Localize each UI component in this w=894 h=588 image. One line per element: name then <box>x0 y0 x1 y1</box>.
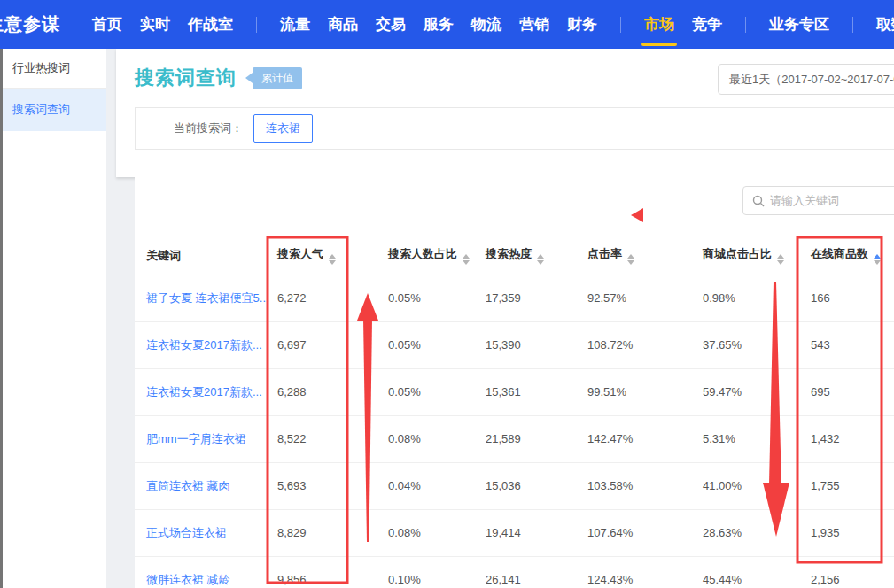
sort-asc-icon <box>329 254 336 259</box>
keyword-link[interactable]: 连衣裙女夏2017新款... <box>135 321 275 368</box>
sort-asc-icon <box>463 254 470 259</box>
cell-搜索热度: 19,414 <box>483 509 585 556</box>
nav-item-竞争[interactable]: 竞争 <box>683 0 731 49</box>
cell-搜索热度: 15,361 <box>483 368 585 415</box>
sort-icon <box>537 254 544 265</box>
date-range-picker[interactable]: 最近1天（2017-07-02~2017-07-02） <box>718 64 894 95</box>
nav-item-市场[interactable]: 市场 <box>635 0 683 49</box>
cell-商城点击占比: 5.31% <box>700 415 808 462</box>
sort-asc-icon <box>537 254 544 259</box>
table-row: 肥mm一字肩连衣裙8,5220.08%21,589142.47%5.31%1,4… <box>135 415 894 462</box>
current-search-label: 当前搜索词： <box>174 120 243 136</box>
sidebar: 行业热搜词搜索词查询 <box>3 49 106 588</box>
nav-item-作战室[interactable]: 作战室 <box>179 0 242 49</box>
keyword-link[interactable]: 直筒连衣裙 藏肉 <box>135 462 275 509</box>
cell-在线商品数: 2,156 <box>808 556 894 588</box>
sidebar-item-搜索词查询[interactable]: 搜索词查询 <box>3 89 106 131</box>
cell-搜索热度: 21,589 <box>483 415 585 462</box>
cell-在线商品数: 543 <box>808 321 894 368</box>
nav-item-业务专区[interactable]: 业务专区 <box>760 0 838 49</box>
cell-搜索人气: 6,697 <box>275 321 385 368</box>
cell-搜索人气: 9,856 <box>275 556 385 588</box>
cell-搜索人气: 8,829 <box>275 509 385 556</box>
sort-desc-icon <box>537 260 544 265</box>
badge-arrow-icon <box>245 73 253 83</box>
cell-搜索人气: 8,522 <box>275 415 385 462</box>
nav-item-服务[interactable]: 服务 <box>415 0 463 49</box>
cell-搜索热度: 15,390 <box>483 321 585 368</box>
column-header-搜索人数占比[interactable]: 搜索人数占比 <box>385 237 483 275</box>
cell-搜索人数占比: 0.08% <box>385 509 483 556</box>
keyword-link[interactable]: 连衣裙女夏2017新款... <box>135 368 275 415</box>
nav-divider <box>745 17 746 33</box>
page-title: 搜索词查询 <box>135 65 237 91</box>
sort-desc-icon <box>777 260 784 265</box>
sidebar-item-行业热搜词[interactable]: 行业热搜词 <box>3 49 106 89</box>
cell-搜索人数占比: 0.10% <box>385 556 483 588</box>
column-header-搜索人气[interactable]: 搜索人气 <box>275 237 385 275</box>
nav-item-财务[interactable]: 财务 <box>558 0 606 49</box>
keyword-link[interactable]: 肥mm一字肩连衣裙 <box>135 415 275 462</box>
cell-搜索人气: 5,693 <box>275 462 385 509</box>
column-header-点击率[interactable]: 点击率 <box>585 237 700 275</box>
table-body: 裙子女夏 连衣裙便宜5...6,2720.05%17,35992.57%0.98… <box>135 275 894 588</box>
cell-点击率: 107.64% <box>585 509 700 556</box>
table-row: 正式场合连衣裙8,8290.08%19,414107.64%28.63%1,93… <box>135 509 894 556</box>
current-search-card: 当前搜索词： 连衣裙 <box>135 107 894 150</box>
sort-asc-icon <box>627 254 634 259</box>
table-row: 微胖连衣裙 减龄9,8560.10%26,141124.43%45.44%2,1… <box>135 556 894 588</box>
cell-在线商品数: 695 <box>808 368 894 415</box>
nav-item-商品[interactable]: 商品 <box>319 0 367 49</box>
cell-在线商品数: 1,935 <box>808 509 894 556</box>
column-header-搜索热度[interactable]: 搜索热度 <box>483 237 585 275</box>
column-label: 关键词 <box>146 249 181 262</box>
sort-desc-icon <box>627 260 634 265</box>
column-label: 点击率 <box>587 247 622 260</box>
cell-搜索热度: 15,036 <box>483 462 585 509</box>
cell-点击率: 92.57% <box>585 275 700 321</box>
nav-item-取数[interactable]: 取数 <box>867 0 894 49</box>
keyword-link[interactable]: 微胖连衣裙 减龄 <box>135 556 275 588</box>
sort-icon <box>463 254 470 265</box>
cell-点击率: 103.58% <box>585 462 700 509</box>
sort-icon <box>627 254 634 265</box>
nav-item-流量[interactable]: 流量 <box>271 0 319 49</box>
cell-搜索人数占比: 0.05% <box>385 275 483 321</box>
column-label: 搜索人数占比 <box>388 247 457 260</box>
cumulative-badge: 累计值 <box>253 67 302 89</box>
nav-item-实时[interactable]: 实时 <box>131 0 179 49</box>
cell-搜索热度: 17,359 <box>483 275 585 321</box>
nav-item-首页[interactable]: 首页 <box>83 0 131 49</box>
cell-点击率: 99.51% <box>585 368 700 415</box>
cell-商城点击占比: 0.98% <box>700 275 808 321</box>
sort-desc-icon <box>329 260 336 265</box>
current-keyword-chip[interactable]: 连衣裙 <box>253 114 313 143</box>
keyword-link[interactable]: 正式场合连衣裙 <box>135 509 275 556</box>
table-card: 关键词搜索人气搜索人数占比搜索热度点击率商城点击占比在线商品数 裙子女夏 连衣裙… <box>135 177 894 588</box>
column-header-商城点击占比[interactable]: 商城点击占比 <box>700 237 808 275</box>
column-label: 在线商品数 <box>811 247 868 260</box>
cell-搜索人气: 6,272 <box>275 275 385 321</box>
nav-item-物流[interactable]: 物流 <box>463 0 510 49</box>
keyword-search-box[interactable] <box>742 186 894 215</box>
page-title-row: 搜索词查询 累计值 <box>135 65 302 91</box>
nav-item-交易[interactable]: 交易 <box>367 0 415 49</box>
table-row: 连衣裙女夏2017新款...6,2880.05%15,36199.51%59.4… <box>135 368 894 415</box>
nav-divider <box>256 17 257 33</box>
keyword-link[interactable]: 裙子女夏 连衣裙便宜5... <box>135 275 275 321</box>
sort-desc-icon <box>874 260 881 265</box>
sort-icon <box>329 254 336 265</box>
table-row: 直筒连衣裙 藏肉5,6930.04%15,036103.58%41.00%1,7… <box>135 462 894 509</box>
column-header-在线商品数[interactable]: 在线商品数 <box>808 237 894 275</box>
sort-desc-icon <box>463 260 470 265</box>
sort-asc-icon <box>777 254 784 259</box>
cell-点击率: 124.43% <box>585 556 700 588</box>
badge-wrap: 累计值 <box>245 67 302 89</box>
page-header-section: 搜索词查询 累计值 最近1天（2017-07-02~2017-07-02） 当前… <box>116 49 894 177</box>
keyword-search-input[interactable] <box>770 194 894 207</box>
top-nav: 生意参谋 首页实时作战室流量商品交易服务物流营销财务市场竞争业务专区取数 <box>0 0 894 49</box>
cell-商城点击占比: 28.63% <box>700 509 808 556</box>
cell-搜索人数占比: 0.05% <box>385 368 483 415</box>
cell-商城点击占比: 37.65% <box>700 321 808 368</box>
nav-item-营销[interactable]: 营销 <box>510 0 558 49</box>
